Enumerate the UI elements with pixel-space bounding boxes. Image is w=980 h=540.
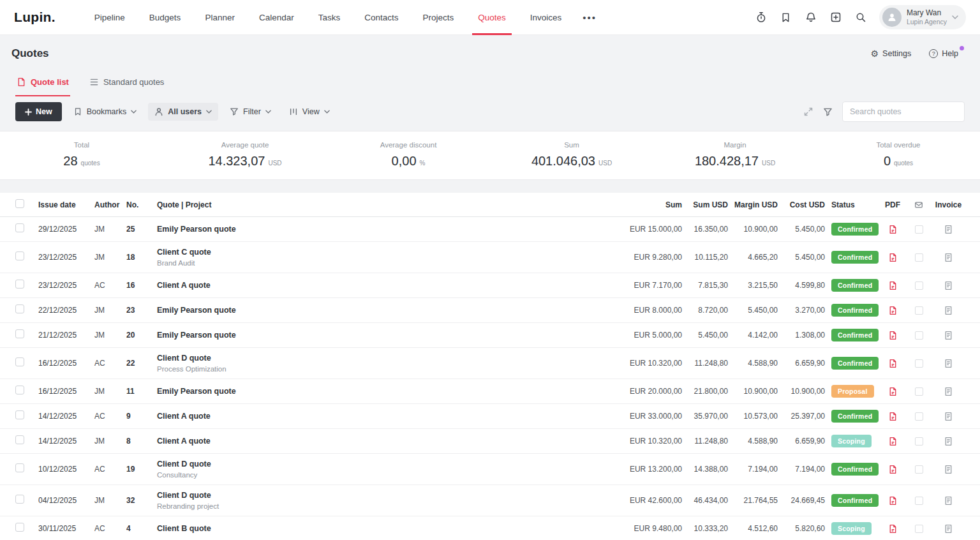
tab-standard-quotes[interactable]: Standard quotes — [88, 72, 165, 96]
filter-dropdown[interactable]: Filter — [223, 103, 278, 121]
row-checkbox[interactable] — [15, 410, 24, 419]
bookmarks-dropdown[interactable]: Bookmarks — [67, 103, 144, 121]
email-checkbox[interactable] — [915, 412, 923, 421]
bell-icon[interactable] — [805, 11, 817, 24]
invoice-icon[interactable] — [944, 465, 953, 474]
cell-quote-title[interactable]: Emily Pearson quote — [157, 225, 609, 234]
view-dropdown[interactable]: View — [283, 103, 336, 121]
invoice-icon[interactable] — [944, 524, 953, 534]
table-row[interactable]: 16/12/2025 AC 22 Client D quote Process … — [0, 348, 980, 379]
nav-item-calendar[interactable]: Calendar — [247, 0, 306, 34]
cell-quote-title[interactable]: Client A quote — [157, 437, 609, 446]
cell-quote-title[interactable]: Client B quote — [157, 524, 609, 533]
table-row[interactable]: 04/12/2025 JM 32 Client D quote Rebrandi… — [0, 485, 980, 516]
pdf-icon[interactable] — [888, 465, 898, 474]
pdf-icon[interactable] — [888, 412, 898, 421]
table-row[interactable]: 22/12/2025 JM 23 Emily Pearson quote EUR… — [0, 298, 980, 323]
col-margin-usd[interactable]: Margin USD — [728, 200, 778, 209]
cell-quote-title[interactable]: Client A quote — [157, 281, 609, 290]
logo[interactable]: Lupin. — [14, 0, 56, 34]
row-checkbox[interactable] — [15, 280, 24, 289]
row-checkbox[interactable] — [15, 523, 24, 532]
timer-icon[interactable] — [755, 11, 768, 24]
invoice-icon[interactable] — [944, 281, 953, 290]
add-icon[interactable] — [829, 11, 842, 24]
col-sum-usd[interactable]: Sum USD — [682, 200, 728, 209]
row-checkbox[interactable] — [15, 329, 24, 338]
row-checkbox[interactable] — [15, 463, 24, 472]
new-button[interactable]: New — [15, 102, 62, 121]
invoice-icon[interactable] — [944, 437, 953, 446]
cell-project-subtitle[interactable]: Process Optimization — [157, 365, 609, 373]
col-cost-usd[interactable]: Cost USD — [778, 200, 825, 209]
invoice-icon[interactable] — [944, 331, 953, 340]
pdf-icon[interactable] — [888, 331, 898, 340]
email-checkbox[interactable] — [915, 253, 923, 262]
search-filter-icon[interactable] — [823, 107, 833, 117]
users-dropdown[interactable]: All users — [148, 103, 218, 121]
pdf-icon[interactable] — [888, 524, 898, 534]
email-checkbox[interactable] — [915, 437, 923, 446]
col-email[interactable] — [907, 200, 931, 209]
cell-quote-title[interactable]: Client D quote — [157, 491, 609, 500]
cell-quote-title[interactable]: Emily Pearson quote — [157, 387, 609, 396]
nav-item-planner[interactable]: Planner — [193, 0, 247, 34]
email-checkbox[interactable] — [915, 525, 923, 533]
table-row[interactable]: 14/12/2025 JM 8 Client A quote EUR 10.32… — [0, 429, 980, 454]
pdf-icon[interactable] — [888, 359, 898, 368]
row-checkbox[interactable] — [15, 223, 24, 232]
nav-item-tasks[interactable]: Tasks — [306, 0, 353, 34]
email-checkbox[interactable] — [915, 225, 923, 234]
invoice-icon[interactable] — [944, 387, 953, 396]
cell-quote-title[interactable]: Emily Pearson quote — [157, 306, 609, 315]
table-row[interactable]: 10/12/2025 AC 19 Client D quote Consulta… — [0, 454, 980, 485]
invoice-icon[interactable] — [944, 253, 953, 262]
search-icon[interactable] — [854, 11, 867, 24]
email-checkbox[interactable] — [915, 359, 923, 368]
table-row[interactable]: 30/11/2025 AC 4 Client B quote EUR 9.480… — [0, 516, 980, 540]
expand-icon[interactable] — [803, 107, 813, 117]
tab-quote-list[interactable]: Quote list — [15, 72, 70, 96]
settings-button[interactable]: ⚙ Settings — [871, 49, 912, 58]
nav-item-projects[interactable]: Projects — [411, 0, 466, 34]
email-checkbox[interactable] — [915, 281, 923, 290]
select-all-checkbox[interactable] — [15, 199, 24, 208]
cell-quote-title[interactable]: Client A quote — [157, 412, 609, 421]
table-row[interactable]: 29/12/2025 JM 25 Emily Pearson quote EUR… — [0, 217, 980, 242]
col-issue-date[interactable]: Issue date — [38, 200, 94, 209]
table-row[interactable]: 16/12/2025 JM 11 Emily Pearson quote EUR… — [0, 379, 980, 404]
invoice-icon[interactable] — [944, 496, 953, 506]
col-pdf[interactable]: PDF — [879, 200, 907, 209]
pdf-icon[interactable] — [888, 306, 898, 315]
email-checkbox[interactable] — [915, 387, 923, 396]
invoice-icon[interactable] — [944, 359, 953, 368]
col-quote-project[interactable]: Quote | Project — [157, 200, 609, 209]
cell-quote-title[interactable]: Client C quote — [157, 248, 609, 257]
nav-item-pipeline[interactable]: Pipeline — [82, 0, 137, 34]
col-no[interactable]: No. — [126, 200, 157, 209]
table-row[interactable]: 23/12/2025 AC 16 Client A quote EUR 7.17… — [0, 273, 980, 298]
pdf-icon[interactable] — [888, 253, 898, 262]
table-row[interactable]: 14/12/2025 AC 9 Client A quote EUR 33.00… — [0, 404, 980, 429]
cell-project-subtitle[interactable]: Consultancy — [157, 471, 609, 479]
email-checkbox[interactable] — [915, 497, 923, 505]
row-checkbox[interactable] — [15, 357, 24, 366]
email-checkbox[interactable] — [915, 306, 923, 315]
row-checkbox[interactable] — [15, 495, 24, 504]
invoice-icon[interactable] — [944, 225, 953, 234]
row-checkbox[interactable] — [15, 435, 24, 444]
invoice-icon[interactable] — [944, 306, 953, 315]
pdf-icon[interactable] — [888, 387, 898, 396]
row-checkbox[interactable] — [15, 386, 24, 394]
row-checkbox[interactable] — [15, 304, 24, 313]
cell-project-subtitle[interactable]: Brand Audit — [157, 259, 609, 267]
pdf-icon[interactable] — [888, 437, 898, 446]
cell-quote-title[interactable]: Client D quote — [157, 460, 609, 469]
table-row[interactable]: 23/12/2025 JM 18 Client C quote Brand Au… — [0, 242, 980, 273]
col-sum[interactable]: Sum — [609, 200, 682, 209]
nav-item-quotes[interactable]: Quotes — [466, 0, 518, 34]
email-checkbox[interactable] — [915, 465, 923, 474]
pdf-icon[interactable] — [888, 225, 898, 234]
nav-item-budgets[interactable]: Budgets — [137, 0, 193, 34]
pdf-icon[interactable] — [888, 496, 898, 506]
